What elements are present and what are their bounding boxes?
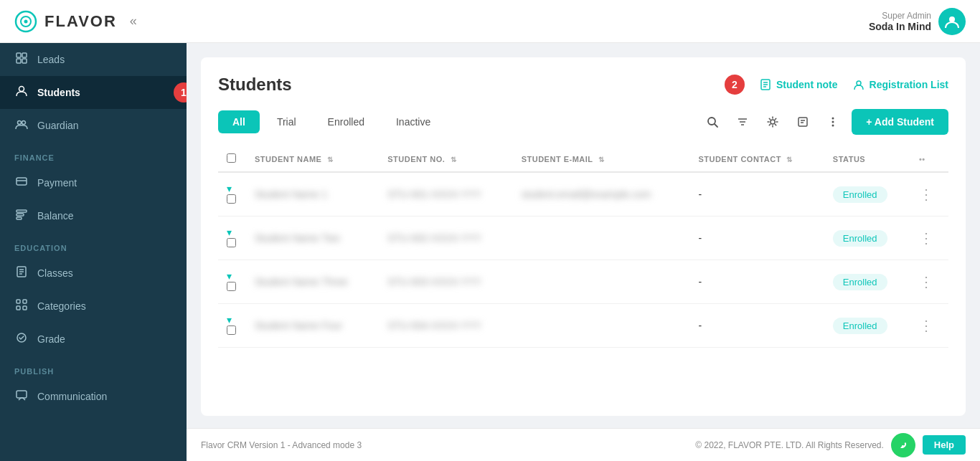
col-student-contact: STUDENT CONTACT ⇅: [689, 146, 824, 172]
sidebar-item-guardian[interactable]: Guardian: [0, 109, 187, 142]
expand-icon-2[interactable]: ▾: [227, 227, 232, 238]
add-student-button[interactable]: + Add Student: [852, 109, 948, 135]
sidebar-item-payment[interactable]: Payment: [0, 166, 187, 199]
row-4-contact: -: [689, 304, 824, 348]
row-1-status: Enrolled: [824, 172, 910, 217]
svg-point-41: [832, 121, 834, 123]
page-badge: 2: [725, 75, 745, 95]
svg-rect-4: [17, 53, 21, 57]
status-badge-1: Enrolled: [833, 186, 887, 203]
svg-point-10: [22, 121, 26, 125]
svg-rect-15: [17, 217, 22, 219]
sidebar-item-leads-label: Leads: [37, 54, 65, 65]
page-content: Students 2 Student note Registration Lis…: [187, 43, 980, 428]
more-options-icon[interactable]: [821, 110, 844, 133]
row-3-name: Student Name Three: [246, 260, 379, 304]
row-4-actions: ⋮: [910, 304, 948, 348]
sort-name-icon[interactable]: ⇅: [327, 156, 334, 163]
sort-no-icon[interactable]: ⇅: [451, 156, 457, 163]
sidebar-item-balance[interactable]: Balance: [0, 199, 187, 232]
row-2-email: [513, 217, 690, 260]
sort-contact-icon[interactable]: ⇅: [786, 156, 793, 163]
sidebar-item-classes[interactable]: Classes: [0, 257, 187, 290]
filter-icon[interactable]: [731, 110, 754, 133]
communication-icon: [14, 389, 29, 404]
row-3-expand: ▾: [218, 260, 246, 304]
whatsapp-button[interactable]: [891, 433, 915, 457]
logo-text: FLAVOR: [44, 12, 117, 31]
payment-icon: [14, 175, 29, 191]
balance-icon: [14, 208, 29, 224]
svg-point-9: [18, 121, 22, 125]
svg-point-3: [949, 16, 955, 22]
row-2-checkbox[interactable]: [227, 238, 236, 247]
finance-section-label: FINANCE: [0, 142, 187, 166]
sidebar-item-guardian-label: Guardian: [37, 120, 79, 131]
main-layout: Leads Students 1 Guardian FINANCE Paymen…: [0, 43, 980, 461]
content-area: Students 2 Student note Registration Lis…: [187, 43, 980, 461]
tab-inactive[interactable]: Inactive: [382, 110, 445, 133]
sidebar-item-grade[interactable]: Grade: [0, 323, 187, 356]
svg-point-42: [832, 125, 834, 127]
row-3-contact: -: [689, 260, 824, 304]
top-header: FLAVOR « Super Admin Soda In Mind: [0, 0, 980, 43]
user-area: Super Admin Soda In Mind: [869, 8, 966, 35]
svg-point-40: [832, 118, 834, 120]
search-icon[interactable]: [701, 110, 724, 133]
row-2-expand: ▾: [218, 217, 246, 260]
tab-all[interactable]: All: [218, 110, 260, 133]
expand-icon-1[interactable]: ▾: [227, 183, 232, 194]
settings-icon[interactable]: [761, 110, 784, 133]
footer-copyright: © 2022, FLAVOR PTE. LTD. All Rights Rese…: [695, 440, 884, 450]
svg-point-30: [857, 81, 861, 85]
table-row: ▾ Student Name Four STU-004-XXXX-YYY - E…: [218, 304, 948, 348]
sidebar-item-payment-label: Payment: [37, 177, 77, 189]
row-1-more-icon[interactable]: ⋮: [919, 186, 933, 202]
export-icon[interactable]: [791, 110, 814, 133]
svg-rect-11: [17, 178, 27, 185]
student-note-link[interactable]: Student note: [759, 78, 838, 91]
svg-rect-25: [17, 391, 27, 398]
page-header: Students 2 Student note Registration Lis…: [218, 75, 948, 95]
collapse-button[interactable]: «: [130, 14, 137, 29]
row-2-status: Enrolled: [824, 217, 910, 260]
help-button[interactable]: Help: [923, 435, 966, 455]
row-3-more-icon[interactable]: ⋮: [919, 274, 933, 290]
avatar[interactable]: [938, 8, 966, 35]
row-3-actions: ⋮: [910, 260, 948, 304]
row-2-actions: ⋮: [910, 217, 948, 260]
row-2-more-icon[interactable]: ⋮: [919, 230, 933, 246]
svg-rect-5: [22, 53, 27, 57]
select-all-checkbox[interactable]: [227, 153, 236, 163]
table-row: ▾ Student Name Three STU-003-XXXX-YYY - …: [218, 260, 948, 304]
tabs-bar: All Trial Enrolled Inactive: [218, 109, 948, 135]
row-1-checkbox[interactable]: [227, 194, 236, 204]
sidebar-item-communication-label: Communication: [37, 391, 107, 402]
grade-icon: [14, 331, 29, 347]
sidebar-item-communication[interactable]: Communication: [0, 380, 187, 413]
sort-email-icon[interactable]: ⇅: [598, 156, 605, 163]
row-3-checkbox[interactable]: [227, 282, 236, 291]
sidebar-item-leads[interactable]: Leads: [0, 43, 187, 76]
row-4-checkbox[interactable]: [227, 325, 236, 335]
row-1-expand: ▾: [218, 172, 246, 217]
col-student-email: STUDENT E-MAIL ⇅: [513, 146, 690, 172]
tabs: All Trial Enrolled Inactive: [218, 110, 445, 133]
categories-icon: [14, 298, 29, 314]
row-3-email: [513, 260, 690, 304]
row-1-email: student.email@example.com: [513, 172, 690, 217]
row-4-email: [513, 304, 690, 348]
tab-trial[interactable]: Trial: [263, 110, 311, 133]
sidebar-item-classes-label: Classes: [37, 267, 73, 279]
registration-list-link[interactable]: Registration List: [852, 78, 948, 91]
footer-help-area: © 2022, FLAVOR PTE. LTD. All Rights Rese…: [695, 433, 966, 457]
tab-enrolled[interactable]: Enrolled: [314, 110, 379, 133]
expand-icon-3[interactable]: ▾: [227, 270, 232, 282]
sidebar-item-students[interactable]: Students 1: [0, 76, 187, 109]
sidebar-item-categories[interactable]: Categories: [0, 290, 187, 323]
svg-point-2: [24, 19, 28, 23]
row-4-more-icon[interactable]: ⋮: [919, 318, 933, 333]
flavor-logo-icon: [14, 10, 37, 33]
expand-icon-4[interactable]: ▾: [227, 314, 232, 325]
row-1-no: STU-001-XXXX-YYY: [379, 172, 512, 217]
